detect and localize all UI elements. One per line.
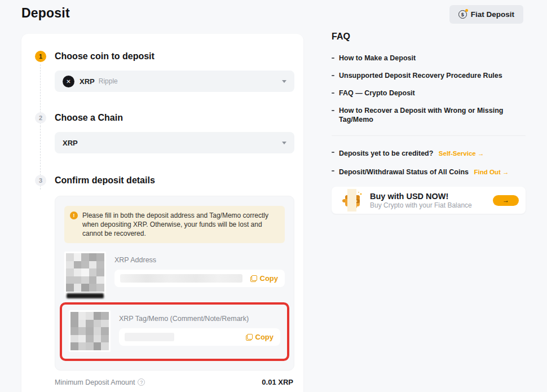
redacted-address-value — [120, 274, 242, 283]
bullet-icon — [332, 152, 334, 153]
faq-link: Unsupported Deposit Recovery Procedure R… — [339, 71, 502, 80]
step-2: 2 Choose a Chain XRP — [35, 112, 294, 175]
address-row: XRP Address Copy — [64, 252, 285, 296]
fiat-deposit-label: Fiat Deposit — [471, 10, 514, 19]
warning-icon — [70, 212, 78, 219]
tag-memo-highlight-box: XRP Tag/Memo (Comment/Note/Remark) Copy — [60, 302, 289, 361]
warning-banner: Please fill in both the deposit address … — [64, 206, 285, 243]
step-2-title: Choose a Chain — [55, 112, 294, 124]
faq-link-item[interactable]: How to Recover a Deposit with Wrong or M… — [332, 106, 526, 124]
page-title: Deposit — [21, 6, 70, 21]
help-icon[interactable] — [138, 378, 145, 386]
copy-address-label: Copy — [260, 274, 279, 283]
step-3-title: Confirm deposit details — [55, 175, 294, 186]
chevron-down-icon — [282, 142, 286, 144]
bullet-icon — [332, 75, 334, 76]
faq-link: FAQ — Crypto Deposit — [339, 89, 415, 98]
step-1-badge: 1 — [35, 51, 46, 62]
faq-link-item[interactable]: Unsupported Deposit Recovery Procedure R… — [332, 71, 526, 80]
faq-section: FAQ How to Make a Deposit Unsupported De… — [332, 32, 526, 214]
copy-tag-memo-button[interactable]: Copy — [246, 333, 274, 341]
status-all-coins-row: Deposit/Withdrawal Status of All Coins F… — [332, 166, 526, 177]
bullet-icon — [332, 58, 334, 59]
address-qr-mosaic — [66, 253, 104, 292]
step-3-badge: 3 — [35, 175, 46, 186]
tag-memo-qr-code — [69, 310, 111, 352]
address-qr-code — [64, 252, 106, 296]
bullet-icon — [332, 93, 334, 94]
bullet-icon — [332, 170, 334, 171]
find-out-link[interactable]: Find Out → — [474, 169, 509, 175]
coin-symbol: XRP — [80, 77, 95, 86]
faq-link-item[interactable]: FAQ — Crypto Deposit — [332, 89, 526, 98]
coin-name: Ripple — [99, 77, 118, 85]
warning-text: Please fill in both the deposit address … — [82, 211, 278, 238]
deposit-page: Deposit Fiat Deposit 1 Choose coin to de… — [0, 0, 547, 392]
chain-value: XRP — [63, 139, 78, 147]
wallet-icon — [339, 188, 364, 213]
buy-usd-banner[interactable]: Buy with USD NOW! Buy Crypto with your F… — [332, 187, 526, 214]
tag-memo-row: XRP Tag/Memo (Comment/Note/Remark) Copy — [69, 310, 280, 352]
divider — [332, 135, 526, 136]
copy-address-button[interactable]: Copy — [250, 274, 279, 283]
chain-select[interactable]: XRP — [55, 132, 294, 153]
minimum-deposit-value: 0.01 XRP — [262, 378, 293, 386]
copy-icon — [246, 334, 253, 341]
tag-memo-value-bar: Copy — [119, 328, 280, 346]
minimum-deposit-label: Minimum Deposit Amount — [55, 378, 135, 386]
deposit-details-panel: Please fill in both the deposit address … — [55, 196, 294, 371]
credited-question-label: Deposits yet to be credited? — [339, 149, 433, 157]
coin-select[interactable]: XRP Ripple — [55, 71, 294, 92]
faq-link-item[interactable]: How to Make a Deposit — [332, 54, 526, 63]
address-value-bar: Copy — [114, 270, 285, 287]
chevron-down-icon — [282, 80, 286, 83]
self-service-row: Deposits yet to be credited? Self-Servic… — [332, 148, 526, 158]
faq-link: How to Recover a Deposit with Wrong or M… — [339, 106, 526, 124]
tag-memo-label: XRP Tag/Memo (Comment/Note/Remark) — [119, 315, 280, 323]
step-1: 1 Choose coin to deposit XRP Ripple — [35, 51, 294, 112]
dollar-coin-icon — [458, 10, 467, 19]
bullet-icon — [332, 110, 334, 111]
address-label: XRP Address — [114, 256, 285, 264]
banner-subtitle: Buy Crypto with your Fiat Balance — [370, 201, 493, 210]
fiat-deposit-button[interactable]: Fiat Deposit — [449, 5, 523, 24]
redacted-tag-value — [125, 333, 174, 341]
step-3: 3 Confirm deposit details Please fill in… — [35, 175, 294, 392]
tag-memo-qr-mosaic — [70, 312, 109, 350]
redacted-address-text — [67, 293, 104, 298]
copy-tag-memo-label: Copy — [255, 333, 274, 341]
minimum-deposit-row: Minimum Deposit Amount 0.01 XRP — [55, 378, 294, 386]
step-1-title: Choose coin to deposit — [55, 51, 294, 62]
status-all-coins-label: Deposit/Withdrawal Status of All Coins — [339, 168, 469, 176]
self-service-link[interactable]: Self-Service → — [439, 150, 484, 157]
xrp-logo-icon — [63, 76, 74, 87]
arrow-right-icon: → — [502, 196, 509, 204]
faq-link: How to Make a Deposit — [339, 54, 416, 63]
copy-icon — [250, 275, 257, 282]
deposit-card: 1 Choose coin to deposit XRP Ripple 2 Ch… — [21, 34, 303, 392]
banner-arrow-button[interactable]: → — [493, 195, 519, 206]
faq-title: FAQ — [332, 32, 526, 42]
banner-title: Buy with USD NOW! — [370, 191, 493, 201]
step-2-badge: 2 — [35, 112, 46, 124]
